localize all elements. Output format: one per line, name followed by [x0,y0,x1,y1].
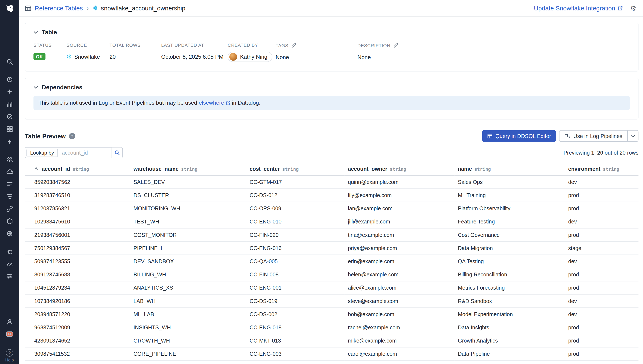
user-icon[interactable] [0,315,19,328]
table-row[interactable]: 107384920186LAB_WHCC-DS-019steve@example… [25,294,638,308]
cell-environment: dev [565,176,638,188]
cell-environment: prod [565,228,638,242]
banner-text: in Datadog. [230,100,261,106]
column-header-account_owner[interactable]: account_ownerstring [345,162,454,176]
creator-pill[interactable]: Kathy Ning [228,52,272,62]
apm-icon[interactable] [0,202,19,215]
cell-account_id: 423091874652 [25,334,130,347]
column-header-name[interactable]: namestring [454,162,565,176]
update-snowflake-integration-link[interactable]: Update Snowflake Integration [534,4,622,12]
cell-name: R&D Sandbox [454,294,565,308]
bits-ai-icon[interactable] [0,328,19,340]
dependencies-section-title: Dependencies [42,84,82,90]
cell-name: Anomaly Detection [454,360,565,364]
table-section-title: Table [42,29,57,36]
use-in-log-pipelines-label: Use in Log Pipelines [573,133,622,139]
cell-account_owner: grace@example.com [345,360,454,364]
table-row[interactable]: 219384756001COST_MONITORCC-FIN-020tina@e… [25,228,638,242]
edit-description-icon[interactable] [393,42,398,48]
cell-name: Data Migration [454,242,565,255]
table-row[interactable]: 102938475610TEST_WHCC-ENG-010jill@exampl… [25,215,638,228]
table-row[interactable]: 104512879234ANALYTICS_XSCC-ENG-001alice@… [25,281,638,294]
lookup-search-button[interactable] [112,148,122,158]
help-circle-icon[interactable] [69,133,75,139]
page-title: snowflake_account_ownership [101,4,186,12]
previewing-suffix: out of 20 rows [603,150,638,156]
security-icon[interactable] [0,245,19,257]
column-header-cost_center[interactable]: cost_centerstring [246,162,345,176]
help-icon[interactable] [6,349,13,356]
cell-account_owner: helen@example.com [345,268,454,281]
pipelines-dropdown-caret[interactable] [627,130,638,142]
column-header-account_id[interactable]: account_idstring [25,162,130,176]
use-in-log-pipelines-button[interactable]: Use in Log Pipelines [560,130,627,142]
table-section-toggle[interactable]: Table [34,29,630,36]
cell-account_owner: tina@example.com [345,228,454,242]
table-row[interactable]: 309875411532CORE_PIPELINECC-ENG-003carol… [25,347,638,360]
query-ddsql-button[interactable]: Query in DDSQL Editor [482,130,556,142]
cell-cost_center: CC-DS-002 [246,308,345,321]
cell-warehouse_name: GROWTH_WH [130,334,246,347]
table-row[interactable]: 750129384567PIPELINE_LCC-ENG-016priya@ex… [25,242,638,255]
ddsql-editor-icon [487,133,492,139]
datadog-logo[interactable] [4,3,15,14]
field-last-updated: LAST UPDATED AT October 8, 2025 6:05 PM [161,42,228,62]
main-content: Table STATUS OK SOURCE ❄Snowflake TOTAL … [19,16,643,364]
table-row[interactable]: 912037856321MONITORING_WHCC-OPS-009ian@e… [25,202,638,215]
field-label: LAST UPDATED AT [161,42,228,48]
table-row[interactable]: 703984512009EXPERIMENTAL_WHCC-DS-007grac… [25,360,638,364]
cell-cost_center: CC-FIN-008 [246,268,345,281]
events-icon[interactable] [0,135,19,147]
cell-account_id: 219384756001 [25,228,130,242]
software-catalog-icon[interactable] [0,215,19,227]
cell-environment: prod [565,202,638,215]
search-icon[interactable] [0,55,19,68]
settings-sliders-icon[interactable] [0,270,19,282]
cell-cost_center: CC-MKT-013 [246,334,345,347]
chevron-down-icon [34,31,38,34]
edit-tags-icon[interactable] [291,42,296,48]
table-row[interactable]: 809123745688BILLING_WHCC-FIN-008helen@ex… [25,268,638,281]
lookup-input[interactable] [58,150,112,156]
table-row[interactable]: 203948571220ML_LABCC-DS-002bob@example.c… [25,308,638,321]
service-catalog-icon[interactable] [0,153,19,165]
traces-icon[interactable] [0,190,19,202]
dependencies-section-toggle[interactable]: Dependencies [34,84,630,90]
watchdog-icon[interactable] [0,86,19,98]
previewing-prefix: Previewing [564,150,591,156]
history-icon[interactable] [0,73,19,86]
settings-gear-icon[interactable]: ⚙ [630,4,636,12]
sidebar-nav [0,55,19,282]
infrastructure-icon[interactable] [0,165,19,178]
key-icon [34,166,39,171]
table-row[interactable]: 509874123555DEV_SANDBOXCC-QA-005erin@exa… [25,255,638,268]
cell-account_id: 809123745688 [25,268,130,281]
breadcrumb-reference-tables[interactable]: Reference Tables [35,4,83,12]
logs-icon[interactable] [0,178,19,190]
cell-account_owner: alice@example.com [345,281,454,294]
cell-environment: prod [565,268,638,281]
monitors-icon[interactable] [0,110,19,123]
field-tags: TAGS None [276,42,358,62]
previewing-range: 1–20 [591,150,603,156]
cell-account_owner: steve@example.com [345,294,454,308]
table-row[interactable]: 423091874652GROWTH_WHCC-MKT-013mike@exam… [25,334,638,347]
field-description: DESCRIPTION None [358,42,630,62]
table-row[interactable]: 319283746510DS_CLUSTERCC-DS-012lily@exam… [25,188,638,202]
column-header-warehouse_name[interactable]: warehouse_namestring [130,162,246,176]
elsewhere-link[interactable]: elsewhere [199,99,230,106]
table-row[interactable]: 859203847562SALES_DEVCC-GTM-017quinn@exa… [25,176,638,188]
synthetics-icon[interactable] [0,227,19,240]
table-row[interactable]: 968374512009INSIGHTS_WHCC-ENG-018rachel@… [25,321,638,334]
cell-name: Cost Governance [454,228,565,242]
cell-account_id: 203948571220 [25,308,130,321]
search-icon [114,150,120,155]
chevron-down-icon [34,86,38,89]
breadcrumb-separator: › [86,4,89,12]
slo-icon[interactable] [0,258,19,270]
dashboards-icon[interactable] [0,123,19,135]
metrics-icon[interactable] [0,98,19,110]
pipelines-button-group: Use in Log Pipelines [559,130,638,142]
cell-account_owner: carol@example.com [345,347,454,360]
column-header-environment[interactable]: environmentstring [565,162,638,176]
